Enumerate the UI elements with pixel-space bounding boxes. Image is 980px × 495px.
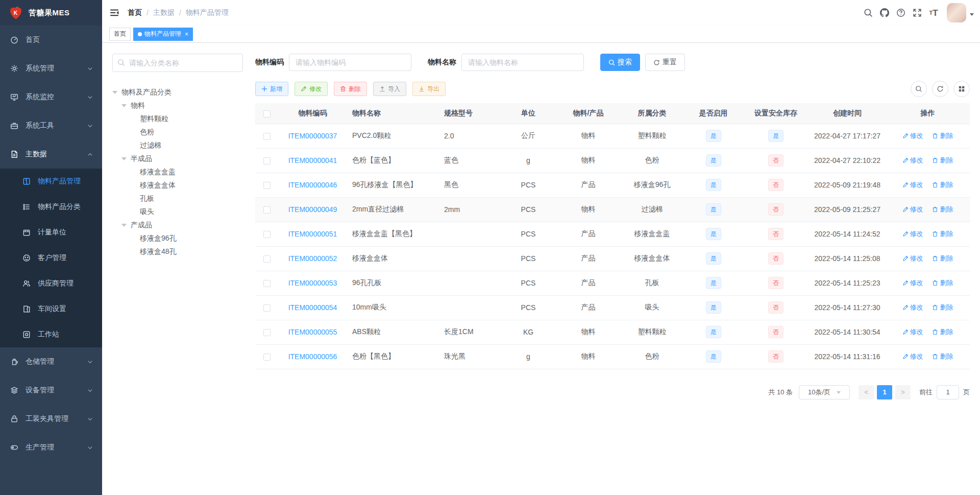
github-icon[interactable] [876,0,893,26]
font-size-icon[interactable]: TT [925,0,942,26]
row-delete-link[interactable]: 删除 [932,180,953,190]
tree-node[interactable]: 移液盒96孔 [112,232,243,245]
page-number-1[interactable]: 1 [877,385,892,399]
header-search-icon[interactable] [860,0,876,26]
row-checkbox[interactable] [263,133,271,140]
column-visibility-button[interactable] [953,81,970,97]
material-code-link[interactable]: ITEM00000054 [288,303,337,312]
row-edit-link[interactable]: 修改 [902,131,923,140]
close-icon[interactable]: × [185,31,188,37]
user-menu[interactable] [947,3,974,22]
sidebar-item-system-tools[interactable]: 系统工具 [0,111,102,140]
row-delete-link[interactable]: 删除 [932,303,953,312]
select-all-checkbox[interactable] [263,110,271,117]
material-code-link[interactable]: ITEM00000055 [288,328,337,336]
row-edit-link[interactable]: 修改 [902,229,923,239]
material-code-input[interactable] [289,54,411,71]
row-checkbox[interactable] [263,329,271,336]
fullscreen-icon[interactable] [909,0,925,26]
tab-home[interactable]: 首页 [109,28,131,41]
row-edit-link[interactable]: 修改 [902,254,923,263]
delete-button[interactable]: 删除 [334,82,367,96]
sidebar-item-system-management[interactable]: 系统管理 [0,54,102,83]
page-size-select[interactable]: 10条/页 [799,385,850,399]
row-edit-link[interactable]: 修改 [902,352,923,361]
row-edit-link[interactable]: 修改 [902,303,923,312]
tree-node[interactable]: 移液盒盒体 [112,179,243,192]
material-code-link[interactable]: ITEM00000049 [288,205,337,214]
tree-node[interactable]: 吸头 [112,205,243,219]
row-edit-link[interactable]: 修改 [902,278,923,288]
toggle-search-button[interactable] [911,81,927,97]
tree-node[interactable]: 产成品 [112,219,243,232]
search-button[interactable]: 搜索 [600,54,640,71]
sidebar-item-master-data[interactable]: 主数据 [0,140,102,169]
question-icon[interactable] [893,0,909,26]
material-code-link[interactable]: ITEM00000051 [288,230,337,238]
tree-node[interactable]: 移液盒48孔 [112,245,243,258]
breadcrumb-home[interactable]: 首页 [128,8,142,17]
sidebar-item-production-management[interactable]: 生产管理 [0,433,102,462]
material-code-link[interactable]: ITEM00000053 [288,279,337,287]
row-checkbox[interactable] [263,206,271,214]
breadcrumb-master-data[interactable]: 主数据 [153,8,175,17]
tree-node[interactable]: 半成品 [112,152,243,166]
sidebar-subitem-workstation[interactable]: 工作站 [0,322,102,347]
row-delete-link[interactable]: 删除 [932,156,953,165]
row-edit-link[interactable]: 修改 [902,327,923,337]
row-delete-link[interactable]: 删除 [932,131,953,140]
material-name-input[interactable] [461,54,584,71]
avatar[interactable] [947,3,966,22]
refresh-button[interactable] [932,81,948,97]
row-delete-link[interactable]: 删除 [932,229,953,239]
row-delete-link[interactable]: 删除 [932,278,953,288]
row-checkbox[interactable] [263,255,271,263]
row-delete-link[interactable]: 删除 [932,254,953,263]
next-page-button[interactable]: > [895,385,911,399]
row-edit-link[interactable]: 修改 [902,156,923,165]
sidebar-item-home[interactable]: 首页 [0,26,102,54]
row-checkbox[interactable] [263,280,271,287]
tree-node[interactable]: 塑料颗粒 [112,112,243,126]
reset-button[interactable]: 重置 [645,54,685,71]
sidebar-item-warehouse-management[interactable]: 仓储管理 [0,347,102,376]
row-edit-link[interactable]: 修改 [902,205,923,214]
hamburger-fold-icon[interactable] [109,8,119,18]
material-code-link[interactable]: ITEM00000046 [288,181,337,189]
tree-node[interactable]: 色粉 [112,126,243,139]
sidebar-item-equipment-management[interactable]: 设备管理 [0,376,102,405]
edit-button[interactable]: 修改 [295,82,328,96]
row-checkbox[interactable] [263,353,271,361]
material-code-link[interactable]: ITEM00000037 [288,132,337,140]
row-checkbox[interactable] [263,304,271,312]
goto-page-input[interactable] [937,385,959,399]
tree-node[interactable]: 移液盒盒盖 [112,166,243,179]
category-search-input[interactable] [112,54,243,72]
tree-node[interactable]: 物料 [112,99,243,112]
add-button[interactable]: 新增 [255,82,288,96]
sidebar-item-system-monitor[interactable]: 系统监控 [0,83,102,111]
row-checkbox[interactable] [263,157,271,164]
row-delete-link[interactable]: 删除 [932,352,953,361]
tab-material-product-management[interactable]: 物料产品管理 × [133,28,193,41]
material-code-link[interactable]: ITEM00000052 [288,254,337,263]
sidebar-subitem-material-product-category[interactable]: 物料产品分类 [0,194,102,220]
sidebar-subitem-material-product-management[interactable]: 物料产品管理 [0,169,102,194]
tree-node[interactable]: 过滤棉 [112,139,243,152]
export-button[interactable]: 导出 [412,82,446,96]
row-edit-link[interactable]: 修改 [902,180,923,190]
sidebar-subitem-measure-unit[interactable]: 计量单位 [0,220,102,245]
sidebar-subitem-supplier-management[interactable]: 供应商管理 [0,271,102,296]
tree-node[interactable]: 孔板 [112,192,243,205]
import-button[interactable]: 导入 [373,82,406,96]
row-delete-link[interactable]: 删除 [932,327,953,337]
prev-page-button[interactable]: < [859,385,874,399]
sidebar-item-fixture-management[interactable]: 工装夹具管理 [0,405,102,433]
sidebar-subitem-customer-management[interactable]: 客户管理 [0,245,102,271]
tree-node[interactable]: 物料及产品分类 [112,86,243,99]
row-checkbox[interactable] [263,182,271,189]
row-checkbox[interactable] [263,231,271,238]
material-code-link[interactable]: ITEM00000056 [288,352,337,361]
sidebar-subitem-workshop-settings[interactable]: 车间设置 [0,296,102,322]
material-code-link[interactable]: ITEM00000041 [288,156,337,164]
